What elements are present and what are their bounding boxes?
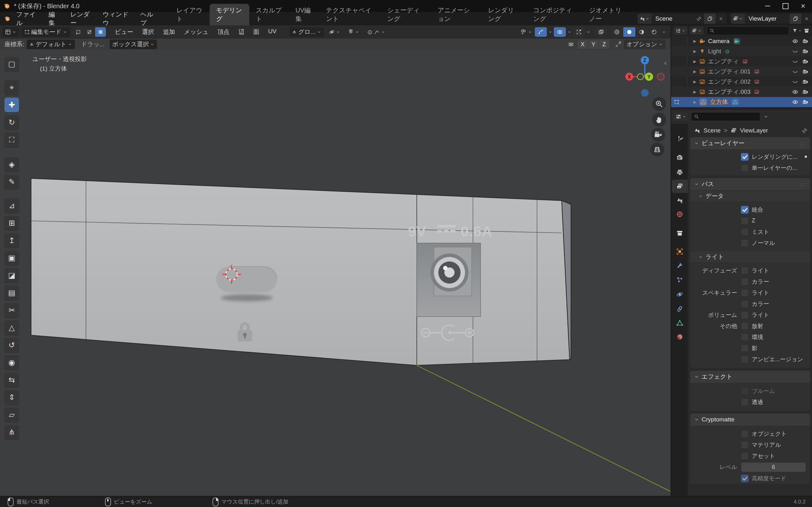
expand-arrow-icon[interactable]: ▶ — [693, 100, 696, 104]
checkbox[interactable] — [741, 311, 749, 319]
properties-search-input[interactable] — [691, 112, 760, 121]
checkbox-row[interactable]: カラー — [690, 298, 810, 309]
tool-poly-build[interactable]: △ — [4, 320, 19, 335]
drag-dots-icon[interactable]: :::: — [800, 181, 806, 187]
eye-closed-icon[interactable] — [792, 69, 798, 74]
viewport-menu-item[interactable]: メッシュ — [180, 28, 213, 36]
eye-closed-icon[interactable] — [792, 49, 798, 54]
pin-icon[interactable] — [802, 128, 808, 133]
render-visibility-icon[interactable] — [803, 79, 808, 84]
tool-scale[interactable]: ⛶ — [4, 132, 19, 147]
checkbox[interactable] — [741, 239, 749, 247]
checkbox[interactable] — [741, 344, 749, 352]
outliner-row-empty-001[interactable]: ▶ エンプティ.001 — [671, 66, 812, 77]
chevron-down-icon[interactable] — [548, 30, 553, 34]
checkbox[interactable] — [741, 387, 749, 395]
workspace-tab[interactable]: テクスチャペイント — [320, 4, 381, 25]
outliner-row-empty-003[interactable]: ▶ エンプティ.003 — [671, 87, 812, 97]
checkbox[interactable] — [741, 267, 749, 274]
workspace-tab[interactable]: コンポジティング — [527, 4, 583, 25]
workspace-tab[interactable]: シェーディング — [381, 4, 432, 25]
section-header-effects[interactable]: エフェクト — [690, 371, 810, 383]
tab-tool[interactable] — [672, 132, 688, 146]
checkbox-row[interactable]: カラー — [690, 276, 810, 287]
checkbox-row[interactable]: 影 — [690, 343, 810, 354]
outliner-row-camera[interactable]: ▶ Camera — [671, 36, 812, 46]
checkbox[interactable] — [741, 333, 749, 341]
mode-dropdown[interactable]: 編集モード — [21, 27, 70, 37]
checkbox-row[interactable]: ディフューズ ライト — [690, 265, 810, 276]
expand-arrow-icon[interactable]: ▶ — [693, 79, 696, 84]
eye-closed-icon[interactable] — [792, 79, 798, 84]
filter-button[interactable] — [792, 28, 802, 33]
expand-arrow-icon[interactable]: ▶ — [693, 90, 696, 94]
tab-world[interactable] — [672, 208, 688, 221]
render-visibility-icon[interactable] — [803, 59, 808, 64]
eye-open-icon[interactable] — [792, 99, 798, 105]
section-header-passes[interactable]: パス :::: — [690, 178, 810, 190]
tool-rotate[interactable]: ↻ — [4, 115, 19, 130]
maximize-button[interactable] — [776, 0, 794, 12]
checkbox[interactable] — [741, 217, 749, 225]
edge-select-button[interactable] — [84, 27, 95, 37]
precision-row[interactable]: 高精度モード — [690, 473, 810, 484]
tool-inset[interactable]: ▣ — [4, 250, 19, 265]
viewport-menu-item[interactable]: 追加 — [159, 28, 180, 36]
tool-rip[interactable]: ⋔ — [4, 425, 19, 440]
menu-item[interactable]: ヘルプ — [135, 10, 162, 27]
viewport-menu-item[interactable]: 選択 — [138, 28, 159, 36]
viewlayer-copy-button[interactable] — [790, 14, 801, 24]
checkbox-row[interactable]: 単一レイヤーの... — [690, 162, 810, 173]
checkbox-row[interactable]: アンビエ...ージョン — [690, 354, 810, 365]
tool-loop-cut[interactable]: ▤ — [4, 285, 19, 300]
viewport-menu-item[interactable]: 辺 — [234, 28, 249, 36]
mirror-x-button[interactable]: X — [577, 40, 588, 49]
outliner-row-empty-002[interactable]: ▶ エンプティ.002 — [671, 77, 812, 87]
checkbox-row[interactable]: その他 放射 — [690, 320, 810, 331]
editor-type-button[interactable] — [3, 27, 19, 37]
checkbox-row[interactable]: レンダリングに... — [690, 151, 810, 162]
checkbox[interactable] — [741, 430, 749, 438]
eye-open-icon[interactable] — [792, 89, 798, 95]
show-overlays-toggle[interactable] — [554, 27, 566, 37]
render-visibility-icon[interactable] — [803, 49, 808, 54]
tool-shear[interactable]: ▱ — [4, 407, 19, 422]
tool-smooth[interactable]: ◉ — [4, 355, 19, 370]
menu-item[interactable]: ファイル — [10, 10, 43, 27]
tool-transform[interactable]: ◈ — [4, 157, 19, 172]
workspace-tab[interactable]: ジオメトリノー — [583, 4, 633, 25]
expand-arrow-icon[interactable]: ▶ — [693, 49, 696, 54]
checkbox[interactable] — [741, 452, 749, 460]
tool-select-box[interactable]: ▢ — [4, 57, 19, 71]
close-button[interactable] — [794, 0, 812, 12]
checkbox-row[interactable]: Z — [690, 215, 810, 226]
options-dropdown[interactable]: オプション — [624, 40, 665, 49]
workspace-tab[interactable]: レンダリング — [482, 4, 527, 25]
viewlayer-name-field[interactable]: ViewLayer — [745, 15, 790, 22]
render-visibility-icon[interactable] — [803, 69, 808, 74]
sidebar-collapse-arrow[interactable]: ‹ — [664, 59, 666, 67]
checkbox[interactable] — [741, 475, 749, 482]
blender-menu-icon[interactable] — [4, 15, 10, 22]
local-view-toggle[interactable] — [573, 27, 585, 37]
tab-modifiers[interactable] — [672, 259, 688, 273]
tool-cursor[interactable]: ⌖ — [4, 80, 19, 95]
tab-constraints[interactable] — [672, 302, 688, 316]
checkbox-row[interactable]: ブルーム — [690, 385, 810, 396]
render-visibility-icon[interactable] — [803, 89, 808, 95]
chevron-down-icon[interactable] — [662, 30, 666, 34]
checkbox-row[interactable]: スペキュラー ライト — [690, 287, 810, 298]
chevron-down-icon[interactable] — [567, 30, 571, 34]
checkbox-row[interactable]: 透過 — [690, 396, 810, 407]
scene-copy-button[interactable] — [704, 14, 716, 24]
viewport-menu-item[interactable]: UV — [264, 28, 281, 36]
render-visibility-icon[interactable] — [803, 38, 808, 44]
breadcrumb-scene[interactable]: Scene — [704, 127, 721, 134]
tool-edge-slide[interactable]: ⇆ — [4, 373, 19, 387]
shading-material-button[interactable] — [636, 27, 648, 37]
3d-viewport[interactable]: 9V 0.6A — [0, 50, 670, 496]
workspace-tab[interactable]: モデリング — [210, 4, 249, 25]
checkbox-row[interactable]: アセット — [690, 450, 810, 461]
tool-bevel[interactable]: ◪ — [4, 268, 19, 283]
tool-knife[interactable]: ✂ — [4, 303, 19, 318]
